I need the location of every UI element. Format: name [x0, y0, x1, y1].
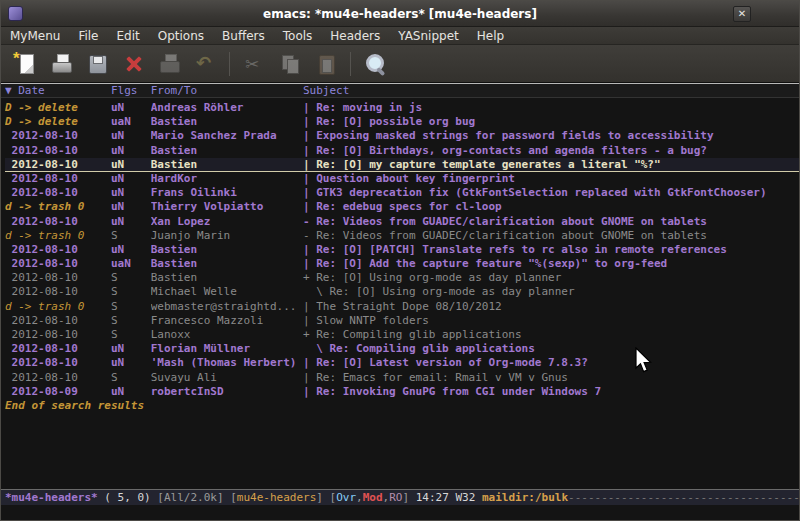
close-buffer-button[interactable]	[118, 49, 148, 79]
header-line: ▼ Date Flgs From/To Subject	[1, 83, 799, 98]
column-header-from[interactable]: From/To	[151, 84, 303, 97]
menu-help[interactable]: Help	[468, 28, 513, 44]
message-row[interactable]: D -> delete uN Andreas Röhler | Re: movi…	[5, 101, 799, 115]
menu-edit[interactable]: Edit	[108, 28, 149, 44]
menu-options[interactable]: Options	[149, 28, 213, 44]
message-from: 'Mash (Thomas Herbert)	[151, 356, 303, 370]
column-header-subject[interactable]: Subject	[303, 84, 799, 97]
end-of-results-message: End of search results	[5, 399, 799, 413]
message-flags: uN	[111, 158, 151, 171]
message-from: Bastien	[151, 144, 303, 158]
message-row[interactable]: 2012-08-10 uN Mario Sanchez Prada | Expo…	[5, 129, 799, 143]
message-from: Juanjo Marin	[151, 229, 303, 243]
message-from: Bastien	[151, 257, 303, 271]
modeline-segment-ovr: Ovr	[336, 491, 356, 504]
message-subject: | Re: Emacs for email: Rmail v VM v Gnus	[303, 371, 799, 385]
open-file-button[interactable]	[46, 49, 76, 79]
toolbar-separator	[229, 52, 230, 76]
menu-buffers[interactable]: Buffers	[213, 28, 274, 44]
menu-mymenu[interactable]: MyMenu	[1, 28, 69, 44]
message-flags: uN	[111, 172, 151, 186]
headers-buffer: D -> delete uN Andreas Röhler | Re: movi…	[1, 98, 799, 489]
message-from: Xan Lopez	[151, 215, 303, 229]
emacs-frame: emacs: *mu4e-headers* [mu4e-headers] ✕ M…	[0, 0, 800, 521]
modeline-segment-folder: maildir:/bulk	[482, 491, 568, 504]
message-date: 2012-08-10	[5, 342, 111, 356]
message-row[interactable]: D -> delete uaN Bastien | Re: [O] possib…	[5, 115, 799, 129]
message-flags: S	[111, 229, 151, 243]
message-flags: S	[111, 371, 151, 385]
message-row[interactable]: 2012-08-10 uN Bastien | Re: [O] my captu…	[5, 158, 799, 172]
message-row[interactable]: 2012-08-10 uN Bastien | Re: [O] Birthday…	[5, 144, 799, 158]
message-subject: + Re: Compiling glib applications	[303, 328, 799, 342]
modeline-segment-dim: ,	[356, 491, 363, 504]
message-date: d -> trash 0	[5, 229, 111, 243]
modeline-segment-dim: ,	[383, 491, 390, 504]
copy-icon	[278, 52, 302, 76]
message-subject: | Slow NNTP folders	[303, 314, 799, 328]
message-subject: | Re: [O] Latest version of Org-mode 7.8…	[303, 356, 799, 370]
message-subject: | Re: [O] [PATCH] Translate refs to rc a…	[303, 243, 799, 257]
modeline-segment-mod: Mod	[363, 491, 383, 504]
emacs-icon	[8, 6, 23, 21]
message-row[interactable]: 2012-08-10 S Suvayu Ali | Re: Emacs for …	[5, 371, 799, 385]
column-header-date[interactable]: ▼ Date	[5, 84, 111, 97]
print-button	[154, 49, 184, 79]
message-row[interactable]: d -> trash 0 S Juanjo Marin - Re: Videos…	[5, 229, 799, 243]
message-date: 2012-08-10	[5, 243, 111, 257]
message-row[interactable]: d -> trash 0 uN Thierry Volpiatto | Re: …	[5, 200, 799, 214]
message-row[interactable]: 2012-08-10 S Bastien + Re: [O] Using org…	[5, 271, 799, 285]
title-bar: emacs: *mu4e-headers* [mu4e-headers] ✕	[1, 1, 799, 27]
search-button[interactable]	[360, 49, 390, 79]
modeline-segment-plain: ( 5, 0)	[98, 491, 158, 504]
window-close-button[interactable]: ✕	[733, 6, 751, 22]
message-row[interactable]: 2012-08-10 uN Xan Lopez - Re: Videos fro…	[5, 215, 799, 229]
message-flags: S	[111, 314, 151, 328]
message-row[interactable]: 2012-08-09 uN robertcInSD | Re: Invoking…	[5, 385, 799, 399]
menu-file[interactable]: File	[69, 28, 107, 44]
message-from: Michael Welle	[151, 285, 303, 299]
echo-area[interactable]	[1, 505, 799, 520]
message-from: Florian Müllner	[151, 342, 303, 356]
message-date: 2012-08-10	[5, 328, 111, 342]
message-row[interactable]: 2012-08-10 S Francesco Mazzoli | Slow NN…	[5, 314, 799, 328]
message-row[interactable]: d -> trash 0 S webmaster@straightd... | …	[5, 300, 799, 314]
message-subject: | Re: [O] my capture template generates …	[303, 158, 799, 171]
message-flags: S	[111, 271, 151, 285]
message-row[interactable]: 2012-08-10 uN Frans Oilinki | GTK3 depre…	[5, 186, 799, 200]
message-date: 2012-08-10	[5, 285, 111, 299]
message-subject: | The Straight Dope 08/10/2012	[303, 300, 799, 314]
message-date: 2012-08-10	[5, 356, 111, 370]
message-row[interactable]: 2012-08-10 uN Florian Müllner \ Re: Comp…	[5, 342, 799, 356]
message-flags: uN	[111, 215, 151, 229]
message-row[interactable]: 2012-08-10 uN Bastien | Re: [O] [PATCH] …	[5, 243, 799, 257]
message-flags: uN	[111, 356, 151, 370]
menu-headers[interactable]: Headers	[321, 28, 389, 44]
message-row[interactable]: 2012-08-10 S Lanoxx + Re: Compiling glib…	[5, 328, 799, 342]
message-from: webmaster@straightd...	[151, 300, 303, 314]
message-flags: uN	[111, 186, 151, 200]
message-from: Thierry Volpiatto	[151, 200, 303, 214]
menu-yasnippet[interactable]: YASnippet	[389, 28, 468, 44]
message-subject: | Re: [O] possible org bug	[303, 115, 799, 129]
save-button[interactable]	[82, 49, 112, 79]
column-header-flags[interactable]: Flgs	[111, 84, 151, 97]
message-date: 2012-08-10	[5, 314, 111, 328]
message-date: d -> trash 0	[5, 300, 111, 314]
message-row[interactable]: 2012-08-10 S Michael Welle \ Re: [O] Usi…	[5, 285, 799, 299]
new-file-button[interactable]	[10, 49, 40, 79]
modeline-segment-dim: [	[330, 491, 337, 504]
modeline-segment-plain: 14:27	[416, 491, 456, 504]
message-row[interactable]: 2012-08-10 uN HardKor | Question about k…	[5, 172, 799, 186]
message-list: D -> delete uN Andreas Röhler | Re: movi…	[5, 101, 799, 399]
print-icon	[157, 52, 181, 76]
message-row[interactable]: 2012-08-10 uN 'Mash (Thomas Herbert) | R…	[5, 356, 799, 370]
menu-tools[interactable]: Tools	[274, 28, 322, 44]
message-from: Bastien	[151, 271, 303, 285]
message-flags: uN	[111, 342, 151, 356]
message-date: d -> trash 0	[5, 200, 111, 214]
paste-button	[311, 49, 341, 79]
message-from: Lanoxx	[151, 328, 303, 342]
message-row[interactable]: 2012-08-10 uaN Bastien | Re: [O] Add the…	[5, 257, 799, 271]
close-buffer-icon	[121, 52, 145, 76]
